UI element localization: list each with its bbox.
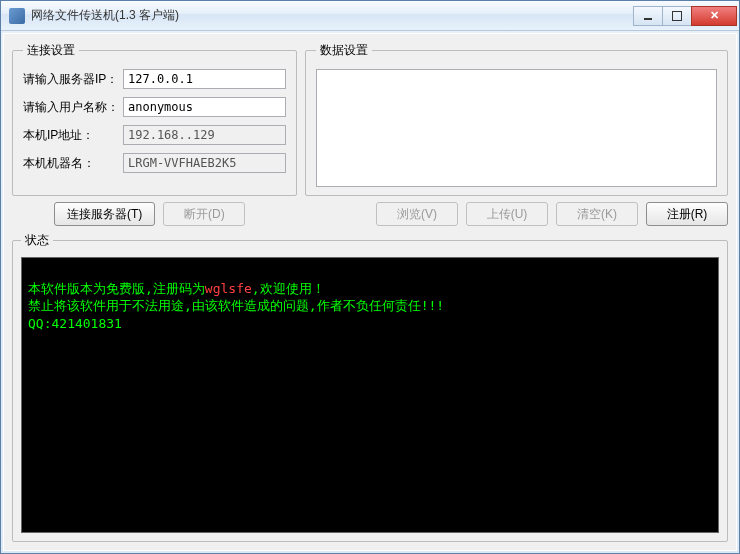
register-button[interactable]: 注册(R) xyxy=(646,202,728,226)
status-group: 状态 本软件版本为免费版,注册码为wglsfe,欢迎使用！ 禁止将该软件用于不法… xyxy=(12,232,728,542)
reg-code: wglsfe xyxy=(205,281,252,296)
close-button[interactable] xyxy=(691,6,737,26)
data-list[interactable] xyxy=(316,69,717,187)
username-input[interactable] xyxy=(123,97,286,117)
window-buttons xyxy=(634,6,737,26)
status-line-qq: QQ:421401831 xyxy=(28,316,122,331)
local-ip-label: 本机IP地址： xyxy=(23,127,123,144)
machine-name-input xyxy=(123,153,286,173)
local-ip-row: 本机IP地址： xyxy=(23,125,286,145)
app-icon xyxy=(9,8,25,24)
maximize-button[interactable] xyxy=(662,6,692,26)
username-label: 请输入用户名称： xyxy=(23,99,123,116)
window-title: 网络文件传送机(1.3 客户端) xyxy=(31,7,634,24)
server-ip-input[interactable] xyxy=(123,69,286,89)
client-area: 连接设置 请输入服务器IP： 请输入用户名称： 本机IP地址： 本机机器名： xyxy=(3,33,737,551)
connection-settings-legend: 连接设置 xyxy=(23,42,79,59)
app-window: 网络文件传送机(1.3 客户端) 连接设置 请输入服务器IP： 请输入用户名称： xyxy=(0,0,740,554)
status-line-1: 本软件版本为免费版,注册码为wglsfe,欢迎使用！ xyxy=(28,281,325,296)
upload-button: 上传(U) xyxy=(466,202,548,226)
username-row: 请输入用户名称： xyxy=(23,97,286,117)
machine-name-row: 本机机器名： xyxy=(23,153,286,173)
disconnect-button: 断开(D) xyxy=(163,202,245,226)
titlebar[interactable]: 网络文件传送机(1.3 客户端) xyxy=(1,1,739,31)
clear-button: 清空(K) xyxy=(556,202,638,226)
browse-button: 浏览(V) xyxy=(376,202,458,226)
data-settings-legend: 数据设置 xyxy=(316,42,372,59)
status-console[interactable]: 本软件版本为免费版,注册码为wglsfe,欢迎使用！ 禁止将该软件用于不法用途,… xyxy=(21,257,719,533)
status-legend: 状态 xyxy=(21,232,53,249)
minimize-button[interactable] xyxy=(633,6,663,26)
connect-server-button[interactable]: 连接服务器(T) xyxy=(54,202,155,226)
button-row: 连接服务器(T) 断开(D) 浏览(V) 上传(U) 清空(K) 注册(R) xyxy=(12,200,728,228)
data-settings-group: 数据设置 xyxy=(305,42,728,196)
top-panels: 连接设置 请输入服务器IP： 请输入用户名称： 本机IP地址： 本机机器名： xyxy=(12,42,728,196)
machine-name-label: 本机机器名： xyxy=(23,155,123,172)
status-line-2: 禁止将该软件用于不法用途,由该软件造成的问题,作者不负任何责任!!! xyxy=(28,298,444,313)
server-ip-row: 请输入服务器IP： xyxy=(23,69,286,89)
local-ip-input xyxy=(123,125,286,145)
connection-settings-group: 连接设置 请输入服务器IP： 请输入用户名称： 本机IP地址： 本机机器名： xyxy=(12,42,297,196)
server-ip-label: 请输入服务器IP： xyxy=(23,71,123,88)
